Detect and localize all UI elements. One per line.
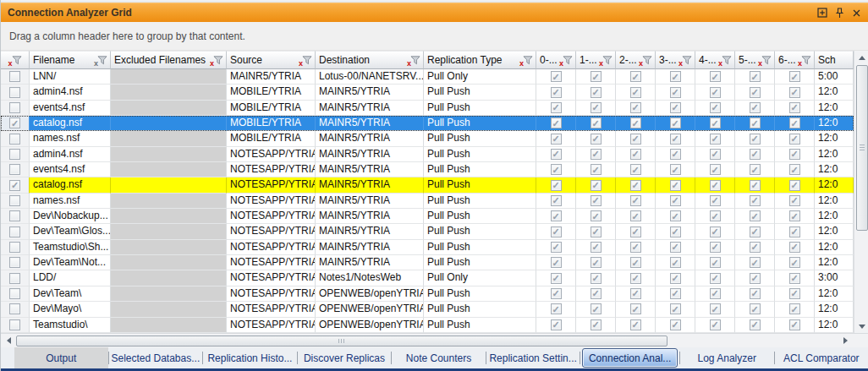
- day-2-cell[interactable]: [616, 101, 656, 116]
- checkbox-checked[interactable]: [750, 102, 761, 113]
- day-1-cell[interactable]: [576, 318, 616, 333]
- day-2-cell[interactable]: [616, 302, 656, 317]
- excluded-filenames-cell[interactable]: [111, 147, 227, 162]
- day-2-cell[interactable]: [616, 85, 656, 100]
- day-6-cell[interactable]: [775, 318, 815, 333]
- day-0-cell[interactable]: [536, 255, 576, 270]
- checkbox-unchecked[interactable]: [9, 164, 20, 175]
- checkbox-checked[interactable]: [551, 164, 562, 175]
- tab-replication-settings[interactable]: Replication Settin...: [486, 347, 580, 368]
- checkbox-checked[interactable]: [670, 71, 681, 82]
- day-3-cell[interactable]: [656, 131, 695, 146]
- day-6-cell[interactable]: [775, 302, 815, 317]
- checkbox-checked[interactable]: [750, 288, 761, 299]
- checkbox-checked[interactable]: [670, 87, 681, 98]
- column-header-day-1[interactable]: 1-...x: [576, 51, 616, 69]
- checkbox-checked[interactable]: [591, 195, 602, 206]
- day-0-cell[interactable]: [536, 240, 576, 255]
- row-select-cell[interactable]: [1, 147, 30, 162]
- day-1-cell[interactable]: [576, 131, 616, 146]
- day-4-cell[interactable]: [695, 286, 735, 302]
- filter-icon[interactable]: x: [719, 55, 732, 65]
- tab-selected-databases[interactable]: Selected Databas...: [109, 347, 203, 368]
- checkbox-unchecked[interactable]: [9, 257, 20, 268]
- checkbox-checked[interactable]: [710, 87, 721, 98]
- destination-cell[interactable]: MAINR5/YTRIA: [316, 162, 424, 177]
- filter-icon[interactable]: x: [299, 55, 312, 65]
- checkbox-checked[interactable]: [710, 102, 721, 113]
- checkbox-checked[interactable]: [551, 117, 562, 128]
- checkbox-checked[interactable]: [789, 164, 800, 175]
- checkbox-checked[interactable]: [789, 303, 800, 314]
- column-header-excluded-filenames[interactable]: Excluded Filenamesx: [111, 51, 227, 69]
- day-3-cell[interactable]: [656, 302, 695, 317]
- checkbox-checked[interactable]: [591, 134, 602, 145]
- source-cell[interactable]: NOTESAPP/YTRIA: [227, 270, 316, 286]
- checkbox-checked[interactable]: [630, 71, 641, 82]
- day-2-cell[interactable]: [616, 147, 656, 162]
- day-6-cell[interactable]: [775, 224, 815, 239]
- table-row[interactable]: Dev\Nobackup...NOTESAPP/YTRIAMAINR5/YTRI…: [1, 209, 854, 224]
- day-2-cell[interactable]: [616, 209, 656, 224]
- checkbox-checked[interactable]: [670, 195, 681, 206]
- schedule-cell[interactable]: 12:0: [815, 177, 854, 193]
- day-0-cell[interactable]: [536, 318, 576, 333]
- replication-type-cell[interactable]: Pull Push: [424, 116, 536, 131]
- checkbox-checked[interactable]: [789, 242, 800, 253]
- vertical-scroll-thumb[interactable]: [856, 65, 868, 231]
- checkbox-checked[interactable]: [591, 87, 602, 98]
- source-cell[interactable]: NOTESAPP/YTRIA: [227, 240, 316, 255]
- source-cell[interactable]: NOTESAPP/YTRIA: [227, 255, 316, 270]
- checkbox-checked[interactable]: [750, 210, 761, 221]
- day-5-cell[interactable]: [735, 286, 775, 302]
- day-4-cell[interactable]: [695, 177, 735, 193]
- filename-cell[interactable]: names.nsf: [30, 131, 111, 146]
- checkbox-checked[interactable]: [750, 226, 761, 237]
- day-1-cell[interactable]: [576, 85, 616, 100]
- checkbox-checked[interactable]: [670, 273, 681, 284]
- checkbox-checked[interactable]: [9, 180, 20, 191]
- table-row[interactable]: Teamstudio\NOTESAPP/YTRIAOPENWEB/openYTR…: [1, 318, 854, 333]
- replication-type-cell[interactable]: Pull Push: [424, 224, 536, 239]
- row-select-cell[interactable]: [1, 101, 30, 116]
- filename-cell[interactable]: Dev\Mayo\: [30, 302, 111, 317]
- checkbox-checked[interactable]: [630, 226, 641, 237]
- day-5-cell[interactable]: [735, 240, 775, 255]
- destination-cell[interactable]: MAINR5/YTRIA: [316, 147, 424, 162]
- destination-cell[interactable]: OPENWEB/openYTRIA: [316, 318, 424, 333]
- day-5-cell[interactable]: [735, 101, 775, 116]
- day-2-cell[interactable]: [616, 224, 656, 239]
- day-2-cell[interactable]: [616, 162, 656, 177]
- day-1-cell[interactable]: [576, 286, 616, 302]
- filter-icon[interactable]: x: [759, 55, 772, 65]
- row-select-cell[interactable]: [1, 302, 30, 317]
- column-header-day-6[interactable]: 6-...x: [775, 51, 815, 69]
- replication-type-cell[interactable]: Pull Push: [424, 318, 536, 333]
- day-5-cell[interactable]: [735, 209, 775, 224]
- checkbox-checked[interactable]: [789, 226, 800, 237]
- checkbox-checked[interactable]: [750, 117, 761, 128]
- checkbox-checked[interactable]: [670, 149, 681, 160]
- checkbox-checked[interactable]: [750, 303, 761, 314]
- checkbox-checked[interactable]: [670, 257, 681, 268]
- column-header-filename[interactable]: Filenamex: [30, 51, 111, 69]
- day-3-cell[interactable]: [656, 147, 695, 162]
- source-cell[interactable]: NOTESAPP/YTRIA: [227, 147, 316, 162]
- row-select-cell[interactable]: [1, 194, 30, 209]
- day-4-cell[interactable]: [695, 85, 735, 100]
- excluded-filenames-cell[interactable]: [111, 101, 227, 116]
- day-2-cell[interactable]: [616, 286, 656, 302]
- filename-cell[interactable]: catalog.nsf: [30, 177, 111, 193]
- day-4-cell[interactable]: [695, 69, 735, 85]
- checkbox-checked[interactable]: [591, 288, 602, 299]
- day-6-cell[interactable]: [775, 101, 815, 116]
- day-5-cell[interactable]: [735, 270, 775, 286]
- source-cell[interactable]: NOTESAPP/YTRIA: [227, 318, 316, 333]
- replication-type-cell[interactable]: Pull Push: [424, 194, 536, 209]
- table-row[interactable]: catalog.nsfNOTESAPP/YTRIAMAINR5/YTRIAPul…: [1, 177, 854, 193]
- filter-icon[interactable]: x: [640, 55, 652, 65]
- replication-type-cell[interactable]: Pull Push: [424, 162, 536, 177]
- source-cell[interactable]: MOBILE/YTRIA: [227, 85, 316, 100]
- day-3-cell[interactable]: [656, 177, 695, 193]
- checkbox-unchecked[interactable]: [9, 71, 20, 82]
